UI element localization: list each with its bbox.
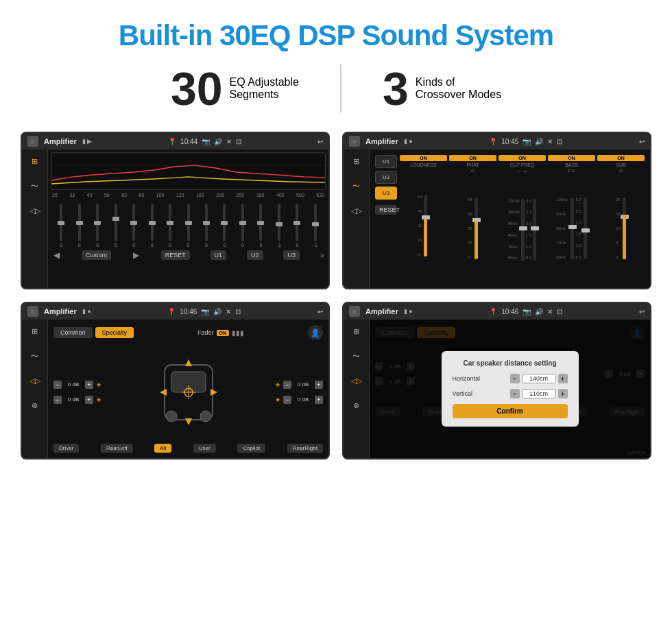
db-minus-fl[interactable]: − bbox=[53, 381, 62, 389]
screen4-dialog: ⌂ Amplifier ▮ ● 📍 10:46 📷 🔊 ✕ ⊡ ↩ ⊞ 〜 ◁▷ bbox=[342, 302, 651, 460]
sidebar-vol-icon[interactable]: ◁▷ bbox=[27, 203, 43, 218]
eq-slider-10[interactable]: 0 bbox=[215, 204, 233, 248]
sidebar-wave-icon[interactable]: 〜 bbox=[27, 178, 43, 193]
screen3-body: − 0 dB + ◈ − 0 dB + ◈ bbox=[53, 343, 323, 441]
back-icon-2[interactable]: ↩ bbox=[639, 138, 645, 145]
eq-u2-btn[interactable]: U2 bbox=[247, 250, 263, 260]
cutfreq-toggle[interactable]: ON bbox=[499, 155, 546, 161]
sub-toggle[interactable]: ON bbox=[597, 155, 645, 161]
sidebar-eq-icon-3[interactable]: ⊞ bbox=[27, 324, 43, 339]
sidebar-wave-icon-4[interactable]: 〜 bbox=[349, 348, 364, 363]
preset-u2[interactable]: U2 bbox=[375, 171, 397, 184]
copilot-btn[interactable]: Copilot bbox=[237, 444, 265, 453]
screen4-sidebar: ⊞ 〜 ◁▷ ⊗ bbox=[344, 320, 370, 458]
sidebar-wave-icon-2[interactable]: 〜 bbox=[349, 178, 364, 193]
sidebar-vol-icon-2[interactable]: ◁▷ bbox=[349, 203, 364, 218]
eq-u3-btn[interactable]: U3 bbox=[283, 250, 300, 260]
eq-freq-labels: 25 32 40 50 63 80 100 125 160 200 250 32… bbox=[51, 193, 326, 198]
sub-slider[interactable] bbox=[623, 198, 626, 259]
vertical-plus-btn[interactable]: + bbox=[558, 389, 568, 398]
home-icon-2[interactable]: ⌂ bbox=[349, 136, 360, 147]
eq-next-btn[interactable]: ▶ bbox=[132, 250, 141, 260]
camera-icon-2: 📷 bbox=[523, 138, 531, 145]
rearleft-btn[interactable]: RearLeft bbox=[101, 444, 133, 453]
eq-u1-btn[interactable]: U1 bbox=[211, 250, 227, 260]
eq-slider-9[interactable]: 0 bbox=[197, 204, 215, 248]
sidebar-bt-icon-4[interactable]: ⊗ bbox=[349, 398, 364, 413]
home-icon[interactable]: ⌂ bbox=[27, 136, 38, 147]
rearright-btn[interactable]: RearRight bbox=[287, 444, 323, 453]
screen1-main: 25 32 40 50 63 80 100 125 160 200 250 32… bbox=[48, 150, 328, 288]
eq-custom-btn[interactable]: Custom bbox=[82, 250, 111, 260]
sidebar-eq-icon-2[interactable]: ⊞ bbox=[349, 154, 364, 169]
db-plus-fl[interactable]: + bbox=[85, 381, 93, 389]
eq-slider-14[interactable]: 0 bbox=[288, 204, 306, 248]
screen3-main: Common Specialty Fader ON ▮▮▮ 👤 bbox=[48, 320, 328, 458]
sidebar-eq-icon-4[interactable]: ⊞ bbox=[349, 324, 364, 339]
eq-slider-15[interactable]: -1 bbox=[307, 204, 324, 248]
specialty-btn-3[interactable]: Specialty bbox=[95, 327, 134, 338]
sidebar-vol-icon-3[interactable]: ◁▷ bbox=[27, 373, 43, 388]
phat-slider[interactable] bbox=[475, 198, 478, 259]
db-minus-rl[interactable]: − bbox=[53, 396, 62, 404]
horizontal-plus-btn[interactable]: + bbox=[558, 374, 568, 383]
confirm-button[interactable]: Confirm bbox=[453, 404, 568, 418]
db-plus-rl[interactable]: + bbox=[85, 396, 93, 404]
screen2-crossover: ⌂ Amplifier ▮ ● 📍 10:45 📷 🔊 ✕ ⊡ ↩ ⊞ 〜 ◁▷ bbox=[342, 132, 651, 289]
close-icon-3: ✕ bbox=[226, 308, 231, 315]
db-plus-fr[interactable]: + bbox=[315, 381, 323, 389]
eq-slider-13[interactable]: -1 bbox=[270, 204, 288, 248]
horizontal-minus-btn[interactable]: − bbox=[510, 374, 520, 383]
back-icon-3[interactable]: ↩ bbox=[317, 308, 323, 315]
sidebar-bt-icon-3[interactable]: ⊗ bbox=[27, 398, 43, 413]
horizontal-label: Horizontal bbox=[453, 375, 481, 382]
eq-slider-4[interactable]: 5 bbox=[106, 204, 124, 248]
eq-prev-btn[interactable]: ◀ bbox=[52, 250, 61, 260]
phat-toggle[interactable]: ON bbox=[449, 155, 496, 161]
eq-slider-7[interactable]: 0 bbox=[161, 204, 179, 248]
eq-slider-1[interactable]: 0 bbox=[52, 204, 70, 248]
eq-slider-8[interactable]: 0 bbox=[179, 204, 197, 248]
eq-slider-11[interactable]: 0 bbox=[234, 204, 252, 248]
fader-status[interactable]: ON bbox=[217, 330, 230, 336]
eq-slider-6[interactable]: 0 bbox=[143, 204, 160, 248]
preset-u1[interactable]: U1 bbox=[375, 155, 397, 168]
horizontal-value: 140cm bbox=[522, 374, 556, 383]
driver-btn[interactable]: Driver bbox=[53, 444, 79, 453]
close-icon-4: ✕ bbox=[547, 308, 553, 315]
preset-u3[interactable]: U3 bbox=[375, 187, 397, 200]
user-btn[interactable]: User bbox=[193, 444, 216, 453]
bass-toggle[interactable]: ON bbox=[548, 155, 595, 161]
home-icon-3[interactable]: ⌂ bbox=[27, 306, 38, 317]
db-minus-rr[interactable]: − bbox=[283, 396, 291, 404]
sidebar-wave-icon-3[interactable]: 〜 bbox=[27, 348, 43, 363]
common-btn-3[interactable]: Common bbox=[53, 327, 93, 338]
speaker-rr-icon: ◈ bbox=[276, 396, 280, 403]
loudness-slider[interactable] bbox=[424, 195, 427, 257]
eq-nav-arrows: ◀ bbox=[52, 250, 61, 260]
sidebar-eq-icon[interactable]: ⊞ bbox=[27, 154, 43, 169]
eq-slider-12[interactable]: 0 bbox=[252, 204, 269, 248]
eq-slider-3[interactable]: 0 bbox=[88, 204, 106, 248]
window-icon-2: ⊡ bbox=[557, 138, 562, 145]
back-icon[interactable]: ↩ bbox=[317, 138, 323, 145]
svg-rect-0 bbox=[51, 153, 325, 190]
sidebar-vol-icon-4[interactable]: ◁▷ bbox=[349, 373, 364, 388]
db-plus-rr[interactable]: + bbox=[315, 396, 323, 404]
crossover-reset-btn[interactable]: RESET bbox=[375, 205, 397, 215]
back-icon-4[interactable]: ↩ bbox=[639, 308, 645, 315]
db-minus-fr[interactable]: − bbox=[283, 381, 291, 389]
bass-slider2[interactable] bbox=[584, 198, 587, 259]
eq-slider-5[interactable]: 0 bbox=[125, 204, 143, 248]
eq-slider-2[interactable]: 0 bbox=[70, 204, 88, 248]
bass-slider[interactable] bbox=[571, 198, 574, 259]
loudness-toggle[interactable]: ON bbox=[400, 155, 447, 161]
eq-reset-btn[interactable]: RESET bbox=[161, 250, 190, 260]
cutfreq-slider[interactable] bbox=[521, 199, 525, 261]
all-btn[interactable]: All bbox=[154, 444, 171, 453]
home-icon-4[interactable]: ⌂ bbox=[349, 306, 360, 317]
settings-person-icon[interactable]: 👤 bbox=[308, 325, 323, 340]
db-control-rr: ◈ − 0 dB + bbox=[276, 396, 323, 404]
cutfreq-slider2[interactable] bbox=[533, 199, 536, 261]
vertical-minus-btn[interactable]: − bbox=[510, 389, 520, 398]
